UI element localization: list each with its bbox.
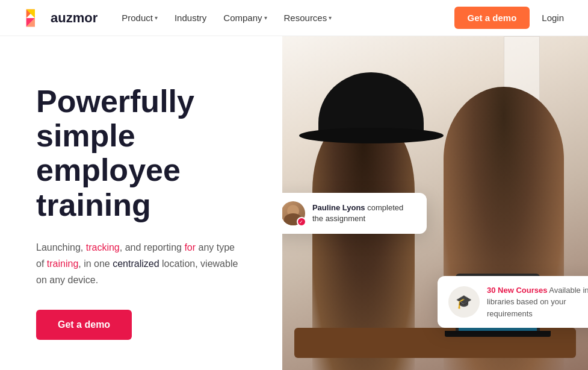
hero-demo-button[interactable]: Get a demo: [36, 310, 132, 340]
header-actions: Get a demo Login: [454, 7, 564, 29]
logo-area[interactable]: auzmor: [24, 7, 97, 29]
hero-left: Powerfully simple employee training Laun…: [0, 36, 282, 370]
auzmor-logo-icon: [24, 7, 46, 29]
notification-text-2: 30 New Courses Available in libraries ba…: [487, 284, 588, 320]
hero-section: Powerfully simple employee training Laun…: [0, 36, 588, 370]
hero-title: Powerfully simple employee training: [36, 84, 258, 222]
header-demo-button[interactable]: Get a demo: [454, 7, 530, 29]
notification-card-2: 🎓 30 New Courses Available in libraries …: [438, 276, 588, 328]
hero-subtitle: Launching, tracking, and reporting for a…: [36, 239, 241, 289]
login-button[interactable]: Login: [542, 13, 564, 23]
header: auzmor Product ▾ Industry Company ▾ Reso…: [0, 0, 588, 36]
courses-icon: 🎓: [448, 286, 480, 318]
resources-chevron-icon: ▾: [329, 14, 332, 21]
hero-right: ✓ Pauline Lyons completed the assignment…: [282, 36, 588, 370]
main-nav: Product ▾ Industry Company ▾ Resources ▾: [122, 13, 454, 23]
notification-card-1: ✓ Pauline Lyons completed the assignment: [282, 193, 427, 234]
nav-item-industry[interactable]: Industry: [175, 13, 206, 23]
brand-name: auzmor: [51, 10, 97, 26]
nav-item-resources[interactable]: Resources ▾: [284, 13, 332, 23]
product-chevron-icon: ▾: [155, 14, 158, 21]
nav-item-company[interactable]: Company ▾: [223, 13, 267, 23]
nav-item-product[interactable]: Product ▾: [122, 13, 158, 23]
company-chevron-icon: ▾: [264, 14, 267, 21]
notification-text-1: Pauline Lyons completed the assignment: [312, 202, 416, 224]
check-icon: ✓: [297, 217, 306, 227]
notification-avatar: ✓: [282, 201, 305, 225]
